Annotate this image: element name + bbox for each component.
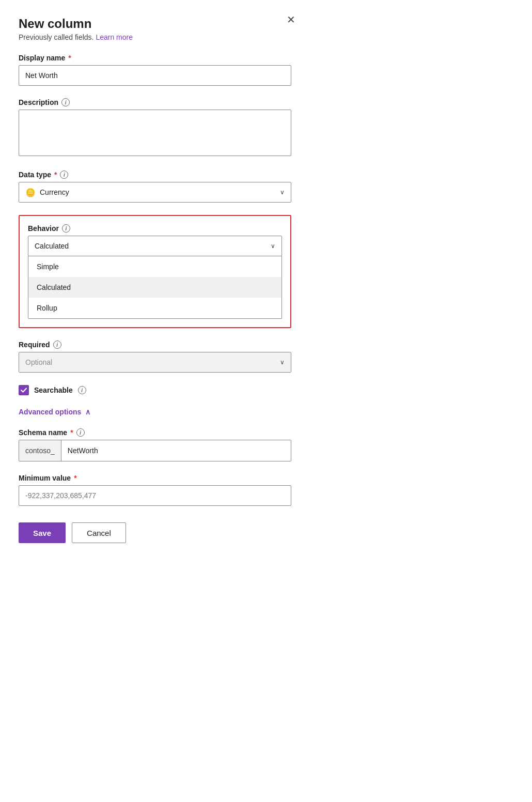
searchable-info-icon: i [78,386,86,394]
behavior-options-list: Simple Calculated Rollup [28,256,282,319]
behavior-chevron: ∨ [271,242,275,250]
minimum-value-input[interactable] [19,485,291,506]
new-column-panel: New column Previously called fields. Lea… [0,0,310,564]
data-type-section: Data type * i 🪙 Currency ∨ [19,171,291,203]
schema-name-section: Schema name * i contoso_ [19,428,291,461]
save-button[interactable]: Save [19,522,66,543]
minimum-value-section: Minimum value * [19,474,291,506]
data-type-chevron: ∨ [280,189,285,196]
behavior-selected-value: Calculated [35,242,69,250]
schema-name-input-row: contoso_ [19,440,291,461]
advanced-options-chevron: ∧ [85,408,90,416]
behavior-label: Behavior i [28,224,282,233]
required-info-icon: i [53,341,61,349]
schema-name-input[interactable] [61,440,291,461]
required-chevron: ∨ [280,359,285,366]
panel-title: New column [19,17,291,31]
data-type-label: Data type * i [19,171,291,179]
description-section: Description i [19,98,291,158]
display-name-section: Display name * [19,54,291,86]
checkmark-icon [21,387,27,393]
minimum-value-required: * [74,474,76,482]
behavior-option-calculated[interactable]: Calculated [28,277,281,298]
close-icon: ✕ [287,14,295,25]
currency-icon: 🪙 [25,188,36,197]
searchable-checkbox[interactable] [19,385,29,395]
behavior-section: Behavior i Calculated ∨ Simple Calculate… [19,215,291,328]
advanced-options-toggle[interactable]: Advanced options ∧ [19,408,90,416]
data-type-value: Currency [40,188,280,196]
panel-header: New column Previously called fields. Lea… [19,17,291,41]
advanced-options-label: Advanced options [19,408,81,416]
data-type-select[interactable]: 🪙 Currency ∨ [19,182,291,203]
minimum-value-label: Minimum value * [19,474,291,482]
schema-name-required: * [70,428,73,437]
description-info-icon: i [61,98,70,106]
learn-more-link[interactable]: Learn more [96,33,133,41]
schema-name-info-icon: i [76,428,85,437]
behavior-dropdown: Calculated ∨ Simple Calculated Rollup [28,236,282,319]
behavior-option-rollup[interactable]: Rollup [28,298,281,318]
searchable-label: Searchable [34,386,73,394]
subtitle-text: Previously called fields. [19,33,94,41]
display-name-label: Display name * [19,54,291,62]
behavior-option-simple[interactable]: Simple [28,256,281,277]
required-section: Required i Optional ∨ [19,341,291,373]
required-select[interactable]: Optional ∨ [19,352,291,373]
behavior-select-header[interactable]: Calculated ∨ [28,236,282,256]
required-value: Optional [25,358,280,366]
action-buttons: Save Cancel [19,522,291,543]
panel-subtitle: Previously called fields. Learn more [19,33,291,41]
display-name-required: * [68,54,71,62]
cancel-button[interactable]: Cancel [72,522,126,543]
schema-name-label: Schema name * i [19,428,291,437]
display-name-input[interactable] [19,65,291,86]
searchable-row: Searchable i [19,385,291,395]
close-button[interactable]: ✕ [287,14,295,25]
description-input[interactable] [19,110,291,156]
data-type-required: * [54,171,57,179]
data-type-info-icon: i [60,171,68,179]
description-label: Description i [19,98,291,106]
schema-prefix: contoso_ [19,440,61,461]
required-label: Required i [19,341,291,349]
behavior-info-icon: i [62,224,70,233]
